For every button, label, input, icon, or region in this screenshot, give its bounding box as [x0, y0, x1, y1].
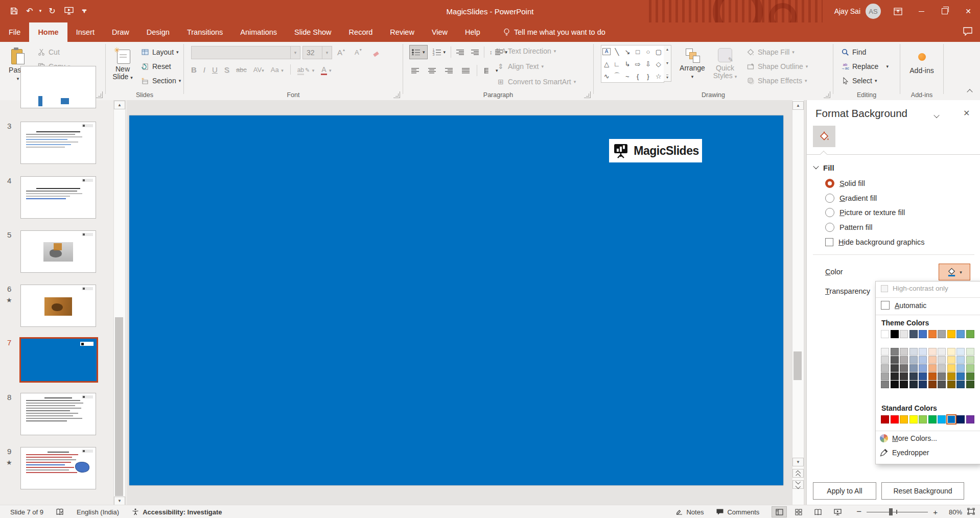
zoom-slider-handle[interactable] [889, 508, 893, 515]
spellcheck-status[interactable] [50, 505, 71, 518]
tab-review[interactable]: Review [381, 22, 423, 42]
shape-arrow[interactable]: ↘ [622, 46, 632, 57]
eyedropper-option[interactable]: Eyedropper [880, 449, 929, 457]
shape-effects-button[interactable]: Shape Effects▾ [744, 75, 810, 87]
comments-bubble-icon[interactable] [963, 27, 973, 38]
tell-me-box[interactable]: Tell me what you want to do [503, 22, 605, 42]
thumbnail-scroll-up[interactable]: ▲ [114, 101, 125, 109]
shape-elbow-arrow[interactable]: ↳ [622, 58, 632, 69]
shape-arrow-down[interactable]: ⇩ [643, 58, 653, 69]
more-colors-option[interactable]: More Colors... [880, 434, 937, 442]
color-swatch[interactable] [900, 364, 908, 372]
canvas-scroll-down[interactable]: ▼ [792, 458, 804, 466]
addins-button[interactable]: Add-ins [904, 47, 939, 95]
color-swatch[interactable] [881, 381, 889, 388]
color-swatch[interactable] [966, 364, 974, 372]
color-swatch[interactable] [900, 381, 908, 388]
color-swatch[interactable] [891, 364, 899, 372]
color-swatch[interactable] [909, 381, 918, 388]
tab-record[interactable]: Record [340, 22, 382, 42]
start-slideshow-button[interactable] [60, 2, 78, 19]
color-swatch[interactable] [909, 330, 918, 338]
hide-background-checkbox[interactable]: Hide background graphics [825, 238, 924, 246]
minimize-button[interactable] [909, 0, 933, 22]
font-name-combo[interactable]: ▾ [191, 46, 300, 59]
change-case-button[interactable]: Aa ▾ [271, 65, 284, 74]
color-swatch[interactable] [909, 348, 918, 356]
zoom-in-button[interactable]: + [933, 508, 938, 516]
color-swatch[interactable] [966, 415, 974, 423]
shapes-scroll-down[interactable]: ▾ [666, 61, 668, 65]
color-swatch[interactable] [938, 348, 946, 356]
color-swatch[interactable] [881, 348, 889, 356]
color-swatch[interactable] [891, 415, 899, 423]
shape-brace-left[interactable]: { [633, 70, 643, 82]
color-swatch[interactable] [966, 348, 974, 356]
color-swatch[interactable] [881, 356, 889, 364]
new-slide-button[interactable]: ✳ NewSlide ▾ [109, 44, 136, 92]
align-right-button[interactable] [443, 64, 455, 77]
text-shadow-button[interactable]: S [224, 65, 229, 74]
reset-background-button[interactable]: Reset Background [881, 482, 964, 500]
tab-draw[interactable]: Draw [103, 22, 138, 42]
color-swatch[interactable] [956, 364, 965, 372]
close-button[interactable]: ✕ [956, 0, 980, 22]
zoom-out-button[interactable]: − [856, 507, 861, 517]
color-swatch[interactable] [900, 372, 908, 380]
color-swatch[interactable] [938, 415, 946, 423]
thumbnail-slide-6[interactable] [20, 285, 96, 327]
normal-view-button[interactable] [772, 506, 787, 517]
previous-slide-button[interactable] [792, 469, 804, 478]
shape-arc[interactable]: ⌒ [612, 70, 622, 82]
color-swatch[interactable] [900, 415, 908, 423]
color-swatch[interactable] [947, 330, 955, 338]
accessibility-status[interactable]: Accessibility: Investigate [125, 505, 228, 518]
thumbnail-slide-9[interactable] [20, 447, 96, 489]
thumbnail-slide-7-selected[interactable] [19, 337, 98, 383]
color-swatch[interactable] [881, 415, 889, 423]
color-swatch[interactable] [947, 356, 955, 364]
clear-formatting-button[interactable] [372, 46, 381, 58]
color-dropdown-button[interactable]: ▾ [939, 264, 970, 280]
shapes-gallery[interactable]: A ╲ ↘ □ ○ ▢ △ ∟ ↳ ⇨ ⇩ ◇ ∿ ⌒ ~ { } ☆ [601, 45, 664, 83]
convert-smartart-button[interactable]: ⊞Convert to SmartArt▾ [494, 76, 578, 88]
automatic-color-option[interactable]: Automatic [881, 301, 926, 310]
tab-insert[interactable]: Insert [67, 22, 103, 42]
increase-font-size-button[interactable]: A▴ [335, 46, 347, 58]
color-swatch[interactable] [881, 364, 889, 372]
color-swatch[interactable] [928, 330, 937, 338]
slide-sorter-view-button[interactable] [791, 506, 806, 517]
tab-design[interactable]: Design [138, 22, 178, 42]
font-color-button[interactable]: A ▾ [321, 65, 331, 74]
color-swatch[interactable] [966, 372, 974, 380]
gradient-fill-radio[interactable]: Gradient fill [825, 194, 877, 203]
color-swatch[interactable] [938, 372, 946, 380]
paragraph-dialog-launcher[interactable] [584, 91, 591, 98]
language-status[interactable]: English (India) [71, 505, 125, 518]
shapes-more-button[interactable]: ▾ [666, 75, 668, 80]
magicslides-logo[interactable]: MagicSlides [609, 139, 702, 162]
tab-help[interactable]: Help [456, 22, 489, 42]
color-swatch[interactable] [891, 381, 899, 388]
justify-button[interactable] [460, 64, 472, 77]
color-swatch[interactable] [947, 381, 955, 388]
tab-slide-show[interactable]: Slide Show [286, 22, 340, 42]
shape-scribble[interactable]: ∿ [602, 70, 612, 82]
color-swatch[interactable] [956, 348, 965, 356]
shape-star[interactable]: ☆ [654, 70, 663, 82]
thumbnail-slide-4[interactable] [20, 176, 96, 219]
color-swatch[interactable] [928, 415, 937, 423]
shape-fill-button[interactable]: Shape Fill▾ [744, 46, 810, 58]
comments-toggle[interactable]: Comments [710, 505, 765, 518]
slide-show-view-button[interactable] [830, 506, 845, 517]
tab-file[interactable]: File [0, 22, 29, 42]
reading-view-button[interactable] [810, 506, 826, 517]
arrange-button[interactable]: Arrange▾ [676, 44, 708, 92]
color-swatch[interactable] [928, 381, 937, 388]
panel-collapse-button[interactable] [935, 111, 939, 120]
color-swatch[interactable] [956, 330, 965, 338]
shape-rounded-rectangle[interactable]: ▢ [654, 46, 663, 57]
color-swatch[interactable] [900, 356, 908, 364]
solid-fill-radio[interactable]: Solid fill [825, 179, 865, 188]
drawing-dialog-launcher[interactable] [824, 91, 830, 98]
